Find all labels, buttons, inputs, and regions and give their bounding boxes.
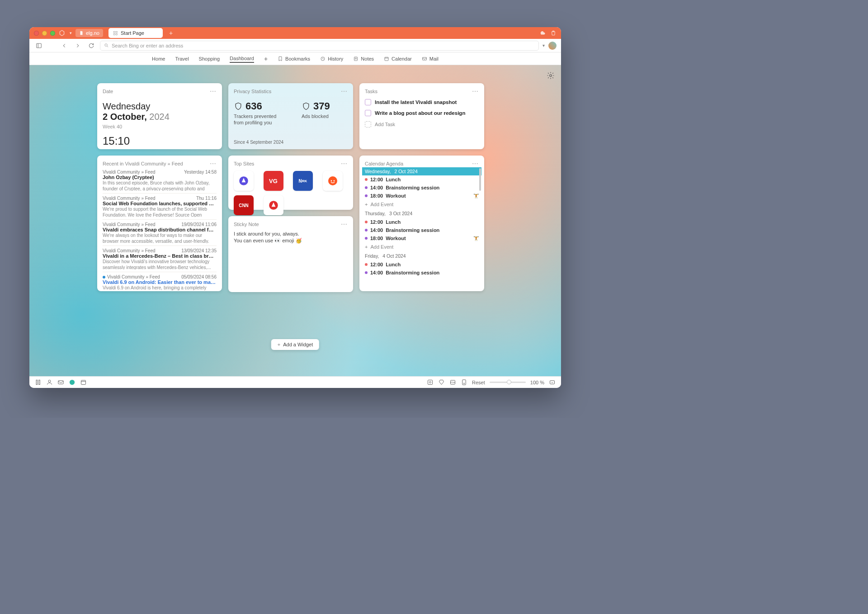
tiling-icon[interactable] <box>438 379 445 386</box>
agenda-event[interactable]: 12:00Lunch <box>362 218 481 226</box>
site-cnn[interactable]: CNN <box>234 195 254 215</box>
nav-travel[interactable]: Travel <box>175 56 189 61</box>
feed-headline: Social Web Foundation launches, supporte… <box>103 201 217 206</box>
widget-menu-button[interactable]: ⋯ <box>210 160 217 167</box>
zoom-reset-button[interactable]: Reset <box>472 380 485 385</box>
tab-start-page[interactable]: Start Page <box>108 28 163 38</box>
notes-icon <box>353 56 359 61</box>
forward-button[interactable] <box>73 41 83 51</box>
svg-point-17 <box>330 180 332 182</box>
ads-count: 379 <box>313 100 330 112</box>
feed-excerpt: We're proud to support the launch of the… <box>103 206 217 217</box>
widget-menu-button[interactable]: ⋯ <box>472 88 479 95</box>
profile-avatar[interactable] <box>548 42 557 50</box>
feed-widget: Recent in Vivaldi Community » Feed ⋯ Viv… <box>97 156 222 291</box>
reload-button[interactable] <box>86 41 96 51</box>
capture-icon[interactable] <box>427 379 434 386</box>
feed-source: Vivaldi Community » Feed <box>103 274 160 279</box>
site-vivaldi[interactable] <box>234 171 254 191</box>
feed-headline: Vivaldi in a Mercedes-Benz – Best in cla… <box>103 253 217 259</box>
task-checkbox[interactable] <box>365 99 371 105</box>
feed-excerpt: We're always on the lookout for ways to … <box>103 232 217 243</box>
agenda-day-header[interactable]: Friday,4 Oct 2024 <box>362 251 481 260</box>
add-event-button[interactable]: +Add Event <box>362 200 481 209</box>
widget-menu-button[interactable]: ⋯ <box>472 160 479 167</box>
minimize-window-button[interactable] <box>42 31 47 36</box>
feed-item[interactable]: Vivaldi Community » FeedYesterday 14:58J… <box>103 167 217 194</box>
mail-panel-icon[interactable] <box>57 379 64 386</box>
nav-history[interactable]: History <box>320 56 343 61</box>
task-item[interactable]: Write a blog post about our redesign <box>365 108 479 118</box>
nav-mail[interactable]: Mail <box>422 56 439 61</box>
feed-item[interactable]: Vivaldi Community » Feed13/09/2024 12:35… <box>103 246 217 272</box>
svg-rect-9 <box>354 57 358 61</box>
close-window-button[interactable] <box>34 31 39 36</box>
svg-rect-26 <box>428 380 433 385</box>
widget-menu-button[interactable]: ⋯ <box>341 221 348 228</box>
feed-panel-icon[interactable] <box>69 379 75 386</box>
feed-time: 13/09/2024 12:35 <box>181 248 217 253</box>
panel-icon[interactable] <box>35 379 42 386</box>
add-event-button[interactable]: +Add Event <box>362 242 481 251</box>
agenda-scrollbar[interactable] <box>479 168 481 191</box>
svg-rect-3 <box>116 33 117 35</box>
agenda-event[interactable]: 18:00Workout🏋 <box>362 234 481 242</box>
address-tab[interactable]: elg.no <box>75 29 103 37</box>
site-reddit[interactable] <box>323 171 343 191</box>
toggle-statusbar-icon[interactable] <box>549 379 556 386</box>
calendar-panel-icon[interactable] <box>80 379 87 386</box>
site-vg[interactable]: VG <box>264 171 283 191</box>
svg-rect-4 <box>37 43 42 47</box>
site-nrk[interactable]: NRK <box>293 171 313 191</box>
nav-calendar[interactable]: Calendar <box>384 56 412 61</box>
address-bar[interactable]: Search Bing or enter an address <box>100 41 539 51</box>
event-color-dot <box>365 271 368 274</box>
trash-icon[interactable] <box>550 30 557 36</box>
address-dropdown-button[interactable]: ▾ <box>542 43 545 48</box>
feed-item[interactable]: Vivaldi Community » FeedThu 11:16Social … <box>103 194 217 220</box>
site-vivaldi-2[interactable] <box>264 195 283 215</box>
svg-point-6 <box>105 44 108 47</box>
add-widget-button[interactable]: + Add a Widget <box>271 339 319 350</box>
widget-menu-button[interactable]: ⋯ <box>341 160 348 167</box>
workspace-switcher[interactable]: ▾ <box>59 30 72 36</box>
agenda-event[interactable]: 12:00Lunch <box>362 260 481 269</box>
privacy-since: Since 4 September 2024 <box>234 140 348 145</box>
nav-dashboard[interactable]: Dashboard <box>230 56 254 63</box>
image-toggle-icon[interactable] <box>449 379 456 386</box>
page-actions-icon[interactable] <box>461 379 467 386</box>
maximize-window-button[interactable] <box>50 31 55 36</box>
nav-add[interactable]: + <box>264 55 268 62</box>
panel-toggle-button[interactable] <box>34 41 44 51</box>
sync-icon[interactable] <box>539 30 546 36</box>
widget-menu-button[interactable]: ⋯ <box>210 88 217 95</box>
sticky-content[interactable]: I stick around for you, always. You can … <box>234 231 348 245</box>
agenda-event[interactable]: 14:00Brainstorming session <box>362 184 481 192</box>
agenda-day-header[interactable]: Thursday,3 Oct 2024 <box>362 209 481 218</box>
new-tab-button[interactable]: + <box>169 29 173 37</box>
back-button[interactable] <box>59 41 69 51</box>
agenda-event[interactable]: 14:00Brainstorming session <box>362 226 481 234</box>
mail-icon <box>422 56 427 61</box>
nav-shopping[interactable]: Shopping <box>199 56 220 61</box>
svg-point-21 <box>48 380 51 383</box>
agenda-event[interactable]: 18:00Workout🏋 <box>362 192 481 200</box>
nav-home[interactable]: Home <box>152 56 165 61</box>
add-task-button[interactable]: Add Task <box>365 118 479 130</box>
feed-item[interactable]: Vivaldi Community » Feed05/09/2024 08:56… <box>103 272 217 291</box>
feed-item[interactable]: Vivaldi Community » Feed19/09/2024 11:06… <box>103 220 217 246</box>
dashboard-settings-button[interactable] <box>547 71 555 80</box>
task-item[interactable]: Install the latest Vivaldi snapshot <box>365 97 479 108</box>
nav-notes[interactable]: Notes <box>353 56 374 61</box>
agenda-day-header[interactable]: Wednesday,2 Oct 2024 <box>362 167 481 175</box>
svg-rect-1 <box>116 31 117 33</box>
contacts-panel-icon[interactable] <box>46 379 53 386</box>
nav-bookmarks[interactable]: Bookmarks <box>278 56 310 61</box>
task-checkbox[interactable] <box>365 110 371 116</box>
zoom-slider[interactable] <box>490 382 526 383</box>
svg-rect-14 <box>422 57 426 60</box>
widget-menu-button[interactable]: ⋯ <box>341 88 348 95</box>
svg-point-16 <box>328 176 337 185</box>
agenda-event[interactable]: 12:00Lunch <box>362 175 481 184</box>
agenda-event[interactable]: 14:00Brainstorming session <box>362 269 481 277</box>
